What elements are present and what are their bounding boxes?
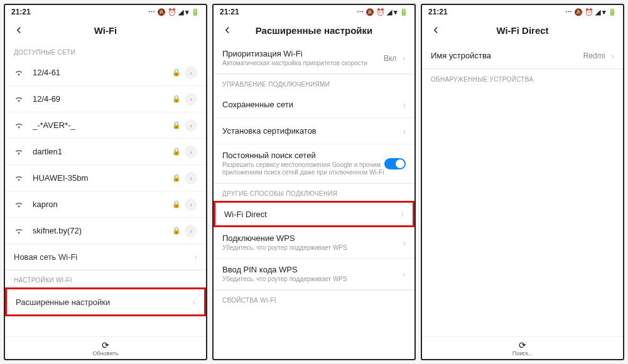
wifi-network-row[interactable]: dartlen1 🔒› bbox=[5, 139, 206, 165]
status-bar: 21:21 ⋯ 🔕 ⏰ ◢ ▾ 🔋 bbox=[422, 5, 623, 19]
status-time: 21:21 bbox=[220, 8, 239, 16]
wifi-icon bbox=[14, 225, 25, 237]
priority-title: Приоритизация Wi-Fi bbox=[222, 49, 384, 58]
status-icons: ⋯ 🔕 ⏰ ◢ ▾ 🔋 bbox=[357, 8, 408, 16]
section-available-networks: ДОСТУПНЫЕ СЕТИ bbox=[5, 43, 206, 60]
advanced-settings-label: Расширенные настройки bbox=[16, 297, 110, 307]
install-certs-label: Установка сертификатов bbox=[222, 126, 403, 136]
chevron-right-icon: › bbox=[401, 209, 404, 219]
lock-icon: 🔒 bbox=[172, 200, 181, 208]
priority-value: Вкл bbox=[384, 54, 396, 63]
wps-pin-title: Ввод PIN кода WPS bbox=[222, 265, 403, 274]
bottom-bar[interactable]: ⟳ Поиск... bbox=[422, 336, 623, 359]
content: ДОСТУПНЫЕ СЕТИ 12/4-61 🔒› 12/4-69 🔒› _-*… bbox=[5, 43, 206, 336]
wifi-network-row[interactable]: 12/4-61 🔒› bbox=[5, 60, 206, 86]
back-icon[interactable] bbox=[221, 24, 234, 36]
wifi-direct-row[interactable]: Wi-Fi Direct › bbox=[214, 201, 414, 227]
priority-row[interactable]: Приоритизация Wi-Fi Автоматическая настр… bbox=[214, 43, 414, 74]
section-wifi-properties: СВОЙСТВА WI-FI bbox=[214, 290, 414, 308]
device-name-row[interactable]: Имя устройства Redmi› bbox=[422, 43, 623, 69]
chevron-right-icon[interactable]: › bbox=[185, 198, 197, 211]
screen-wifi-direct: 21:21 ⋯ 🔕 ⏰ ◢ ▾ 🔋 Wi-Fi Direct Имя устро… bbox=[421, 4, 624, 360]
content: Приоритизация Wi-Fi Автоматическая настр… bbox=[214, 43, 414, 359]
screen-advanced: 21:21 ⋯ 🔕 ⏰ ◢ ▾ 🔋 Расширенные настройки … bbox=[212, 4, 416, 360]
page-title: Wi-Fi Direct bbox=[422, 25, 623, 36]
wifi-icon bbox=[14, 120, 25, 131]
header: Расширенные настройки bbox=[214, 19, 414, 43]
wps-title: Подключение WPS bbox=[222, 233, 403, 243]
wps-pin-row[interactable]: Ввод PIN кода WPS Убедитесь, что роутер … bbox=[214, 259, 414, 290]
network-name: dartlen1 bbox=[33, 147, 172, 156]
chevron-right-icon[interactable]: › bbox=[185, 93, 197, 105]
header: Wi-Fi Direct bbox=[422, 19, 623, 43]
always-scan-toggle[interactable] bbox=[384, 158, 406, 169]
wifi-network-row[interactable]: 12/4-69 🔒› bbox=[5, 86, 206, 112]
wifi-network-row[interactable]: skifnet.by(72) 🔒› bbox=[5, 218, 206, 244]
chevron-right-icon[interactable]: › bbox=[185, 172, 197, 185]
device-name-value: Redmi bbox=[583, 51, 605, 60]
wps-pin-sub: Убедитесь, что роутер поддерживает WPS bbox=[222, 276, 403, 283]
header: Wi-Fi bbox=[5, 19, 206, 43]
section-other-connection: ДРУГИЕ СПОСОБЫ ПОДКЛЮЧЕНИЯ bbox=[214, 183, 414, 201]
lock-icon: 🔒 bbox=[172, 147, 181, 156]
always-scan-row[interactable]: Постоянный поиск сетей Разрешить сервису… bbox=[214, 144, 414, 183]
chevron-right-icon[interactable]: › bbox=[185, 67, 197, 79]
network-name: 12/4-69 bbox=[33, 94, 172, 104]
saved-networks-label: Сохраненные сети bbox=[222, 100, 403, 109]
saved-networks-row[interactable]: Сохраненные сети › bbox=[214, 92, 414, 118]
add-network-row[interactable]: Новая сеть Wi-Fi › bbox=[5, 244, 206, 270]
bottom-bar[interactable]: ⟳ Обновить bbox=[5, 336, 206, 359]
wps-row[interactable]: Подключение WPS Убедитесь, что роутер по… bbox=[214, 227, 414, 259]
chevron-right-icon: › bbox=[192, 297, 195, 307]
advanced-settings-row[interactable]: Расширенные настройки › bbox=[5, 287, 206, 316]
content: Имя устройства Redmi› ОБНАРУЖЕННЫЕ УСТРО… bbox=[422, 43, 623, 336]
chevron-right-icon: › bbox=[403, 53, 406, 63]
always-scan-sub: Разрешить сервису местоположения Google … bbox=[222, 161, 384, 176]
chevron-right-icon[interactable]: › bbox=[185, 146, 197, 158]
section-wifi-settings: НАСТРОЙКИ WI-FI bbox=[5, 270, 206, 287]
search-icon: ⟳ bbox=[422, 341, 623, 350]
install-certs-row[interactable]: Установка сертификатов › bbox=[214, 118, 414, 144]
wps-sub: Убедитесь, что роутер поддерживает WPS bbox=[222, 244, 403, 252]
status-bar: 21:21 ⋯ 🔕 ⏰ ◢ ▾ 🔋 bbox=[214, 5, 414, 19]
add-network-label: Новая сеть Wi-Fi bbox=[14, 252, 77, 262]
lock-icon: 🔒 bbox=[172, 227, 181, 235]
lock-icon: 🔒 bbox=[172, 121, 181, 129]
section-connection-mgmt: УПРАВЛЕНИЕ ПОДКЛЮЧЕНИЯМИ bbox=[214, 74, 414, 92]
wifi-icon bbox=[14, 94, 25, 105]
wifi-icon bbox=[14, 67, 25, 78]
lock-icon: 🔒 bbox=[172, 174, 181, 182]
always-scan-title: Постоянный поиск сетей bbox=[222, 151, 384, 160]
refresh-icon: ⟳ bbox=[5, 341, 206, 350]
network-name: 12/4-61 bbox=[33, 68, 172, 77]
network-name: kapron bbox=[33, 200, 172, 209]
lock-icon: 🔒 bbox=[172, 68, 181, 77]
wifi-icon bbox=[14, 173, 25, 184]
status-time: 21:21 bbox=[428, 8, 448, 16]
status-icons: ⋯ 🔕 ⏰ ◢ ▾ 🔋 bbox=[565, 8, 617, 16]
chevron-right-icon: › bbox=[403, 100, 406, 110]
page-title: Wi-Fi bbox=[5, 25, 206, 36]
chevron-right-icon[interactable]: › bbox=[185, 119, 197, 132]
status-icons: ⋯ 🔕 ⏰ ◢ ▾ 🔋 bbox=[148, 8, 200, 16]
chevron-right-icon: › bbox=[403, 269, 406, 279]
chevron-right-icon[interactable]: › bbox=[185, 225, 197, 237]
wifi-network-row[interactable]: kapron 🔒› bbox=[5, 191, 206, 218]
chevron-right-icon: › bbox=[611, 51, 614, 61]
status-time: 21:21 bbox=[11, 8, 31, 16]
status-bar: 21:21 ⋯ 🔕 ⏰ ◢ ▾ 🔋 bbox=[5, 5, 206, 19]
wifi-icon bbox=[14, 199, 25, 210]
network-name: skifnet.by(72) bbox=[33, 226, 172, 235]
section-discovered-devices: ОБНАРУЖЕННЫЕ УСТРОЙСТВА bbox=[422, 69, 623, 87]
page-title: Расширенные настройки bbox=[214, 25, 414, 36]
wifi-icon bbox=[14, 146, 25, 158]
wifi-network-row[interactable]: HUAWEI-35bm 🔒› bbox=[5, 165, 206, 191]
network-name: _-*AVER*-_ bbox=[33, 120, 172, 130]
back-icon[interactable] bbox=[13, 24, 25, 36]
chevron-right-icon: › bbox=[403, 126, 406, 136]
network-name: HUAWEI-35bm bbox=[33, 173, 172, 183]
back-icon[interactable] bbox=[430, 24, 442, 36]
lock-icon: 🔒 bbox=[172, 95, 181, 103]
wifi-network-row[interactable]: _-*AVER*-_ 🔒› bbox=[5, 112, 206, 139]
chevron-right-icon: › bbox=[403, 238, 406, 248]
